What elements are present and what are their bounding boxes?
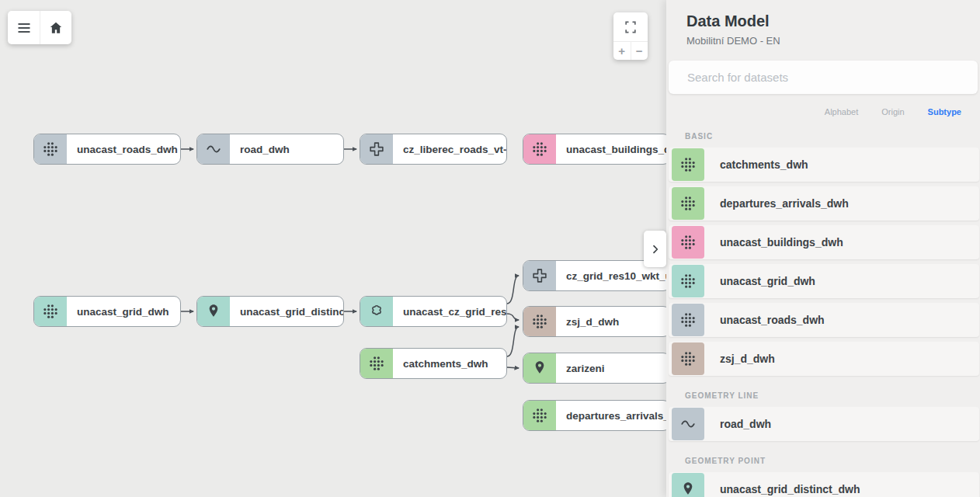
- wave-icon: [672, 408, 704, 440]
- node-label: unacast_grid_dwh: [67, 297, 180, 326]
- zoom-card: + −: [613, 12, 648, 60]
- node-label: zsj_d_dwh: [556, 307, 669, 336]
- dots-grid-icon: [34, 134, 67, 164]
- sort-tab-origin[interactable]: Origin: [881, 107, 904, 116]
- node-label: unacast_cz_grid_res1: [393, 297, 507, 326]
- dataset-label: catchments_dwh: [720, 158, 808, 171]
- dots-grid-icon: [34, 297, 67, 326]
- node-unacast_grid_dwh[interactable]: unacast_grid_dwh: [33, 296, 181, 327]
- edge-catchments_dwh-to-zarizeni: [507, 367, 519, 368]
- node-label: zarizeni: [556, 353, 669, 383]
- dataset-list: BASICcatchments_dwhdepartures_arrivals_d…: [666, 118, 980, 497]
- edge-catchments_dwh-to-zsj_d_dwh: [507, 327, 519, 356]
- fullscreen-icon: [623, 19, 638, 35]
- node-label: road_dwh: [230, 134, 343, 164]
- puzzle-icon: [523, 261, 556, 290]
- dots-grid-icon: [672, 148, 704, 181]
- zoom-in-button[interactable]: +: [613, 42, 631, 60]
- node-unacast_grid_distinct[interactable]: unacast_grid_distinct: [196, 296, 344, 327]
- node-label: cz_liberec_roads_vt-7: [393, 134, 507, 164]
- search-input[interactable]: [669, 61, 978, 94]
- dataset-label: departures_arrivals_dwh: [720, 197, 849, 210]
- dataset-label: unacast_roads_dwh: [720, 314, 825, 326]
- node-unacast_cz_grid_res1[interactable]: unacast_cz_grid_res1: [360, 296, 507, 327]
- page-title: Data Model: [686, 12, 961, 30]
- dots-grid-icon: [672, 304, 704, 336]
- sort-tab-alphabet[interactable]: Alphabet: [825, 107, 858, 116]
- dots-grid-icon: [523, 307, 556, 336]
- edge-unacast_cz_grid_res1-to-zsj_d_dwh: [507, 314, 519, 320]
- dataset-row-departures_arrivals_dwh[interactable]: departures_arrivals_dwh: [669, 186, 979, 221]
- panel-header: Data Model Mobilitní DEMO - EN: [666, 0, 980, 47]
- node-label: catchments_dwh: [393, 349, 506, 378]
- data-model-panel: Data Model Mobilitní DEMO - EN AlphabetO…: [666, 0, 980, 497]
- node-zarizeni[interactable]: zarizeni: [523, 353, 670, 384]
- node-unacast_roads_dwh[interactable]: unacast_roads_dwh: [33, 134, 181, 165]
- chevron-right-icon: [649, 243, 662, 255]
- dataset-row-unacast_grid_distinct_dwh[interactable]: unacast_grid_distinct_dwh: [669, 472, 979, 497]
- dots-grid-icon: [523, 134, 556, 164]
- node-catchments_dwh[interactable]: catchments_dwh: [360, 348, 507, 379]
- section-label: BASIC: [666, 121, 980, 148]
- menu-button[interactable]: [8, 11, 40, 44]
- dataset-label: unacast_buildings_dwh: [720, 236, 843, 248]
- node-label: unacast_roads_dwh: [67, 134, 180, 164]
- puzzle-icon: [360, 134, 393, 164]
- dataset-row-unacast_roads_dwh[interactable]: unacast_roads_dwh: [669, 303, 979, 337]
- pin-icon: [197, 297, 230, 326]
- sort-tabs: AlphabetOriginSubtype: [666, 94, 980, 118]
- zoom-out-button[interactable]: −: [631, 42, 648, 60]
- home-button[interactable]: [40, 11, 71, 44]
- menu-icon: [16, 20, 32, 36]
- dots-grid-icon: [672, 265, 704, 297]
- node-label: unacast_grid_distinct: [230, 297, 344, 326]
- wave-icon: [197, 134, 230, 164]
- home-icon: [48, 20, 64, 36]
- dataset-row-unacast_buildings_dwh[interactable]: unacast_buildings_dwh: [669, 225, 979, 259]
- fullscreen-button[interactable]: [613, 12, 648, 42]
- node-road_dwh[interactable]: road_dwh: [196, 134, 344, 165]
- panel-toggle-button[interactable]: [644, 231, 666, 267]
- node-label: departures_arrivals_d: [556, 401, 670, 430]
- dataset-row-zsj_d_dwh[interactable]: zsj_d_dwh: [669, 342, 979, 376]
- node-label: unacast_buildings_dw: [556, 134, 670, 164]
- node-cz_liberec_roads[interactable]: cz_liberec_roads_vt-7: [360, 134, 507, 165]
- dataset-row-catchments_dwh[interactable]: catchments_dwh: [669, 148, 979, 182]
- node-unacast_buildings[interactable]: unacast_buildings_dw: [523, 134, 670, 165]
- edge-unacast_cz_grid_res1-to-cz_grid_res10: [507, 276, 519, 304]
- dataset-label: unacast_grid_distinct_dwh: [720, 483, 860, 495]
- dataset-label: zsj_d_dwh: [720, 353, 775, 365]
- dots-grid-icon: [672, 342, 704, 375]
- dots-grid-icon: [360, 349, 393, 378]
- pin-icon: [523, 353, 556, 383]
- dataset-row-unacast_grid_dwh[interactable]: unacast_grid_dwh: [669, 264, 979, 298]
- dataset-row-road_dwh[interactable]: road_dwh: [669, 407, 979, 441]
- dataset-label: road_dwh: [720, 418, 771, 430]
- pin-icon: [672, 473, 704, 497]
- section-label: GEOMETRY POINT: [666, 446, 980, 472]
- dataset-label: unacast_grid_dwh: [720, 275, 815, 287]
- dots-grid-icon: [523, 401, 556, 430]
- nav-card: [8, 11, 71, 44]
- node-departures_arrivals[interactable]: departures_arrivals_d: [523, 400, 670, 431]
- panel-subtitle: Mobilitní DEMO - EN: [686, 35, 961, 47]
- search-wrap: [669, 61, 978, 94]
- node-zsj_d_dwh[interactable]: zsj_d_dwh: [523, 306, 670, 337]
- dots-grid-icon: [672, 187, 704, 220]
- dots-grid-icon: [672, 226, 704, 259]
- blob-icon: [360, 297, 393, 326]
- section-label: GEOMETRY LINE: [666, 381, 980, 407]
- sort-tab-subtype[interactable]: Subtype: [928, 107, 961, 116]
